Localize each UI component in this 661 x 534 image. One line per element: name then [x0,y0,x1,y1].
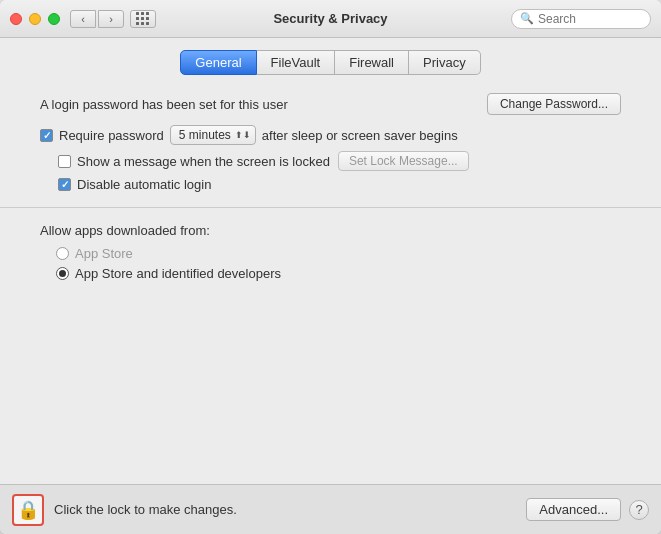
advanced-button[interactable]: Advanced... [526,498,621,521]
titlebar: ‹ › Security & Privacy 🔍 [0,0,661,38]
grid-icon [136,12,150,26]
divider [0,207,661,208]
lock-message: Click the lock to make changes. [54,502,237,517]
allow-apps-label: Allow apps downloaded from: [40,223,621,238]
allow-apps-section: Allow apps downloaded from: App Store Ap… [40,223,621,281]
bottom-bar: 🔒 Click the lock to make changes. Advanc… [0,484,661,534]
content-area: A login password has been set for this u… [0,83,661,484]
after-sleep-text: after sleep or screen saver begins [262,128,458,143]
traffic-lights [10,13,60,25]
bottom-right: Advanced... ? [526,498,649,521]
login-password-row: A login password has been set for this u… [40,93,621,115]
radio-app-store-identified-row: App Store and identified developers [56,266,621,281]
back-button[interactable]: ‹ [70,10,96,28]
window: ‹ › Security & Privacy 🔍 General FileVau… [0,0,661,534]
show-message-label: Show a message when the screen is locked [77,154,330,169]
radio-app-store-row: App Store [56,246,621,261]
disable-auto-login-row: ✓ Disable automatic login [58,177,621,192]
grid-button[interactable] [130,10,156,28]
show-message-checkbox[interactable] [58,155,71,168]
tab-filevault[interactable]: FileVault [257,50,336,75]
tab-firewall[interactable]: Firewall [335,50,409,75]
disable-auto-login-label: Disable automatic login [77,177,211,192]
require-password-checkbox[interactable]: ✓ [40,129,53,142]
radio-app-store-identified[interactable] [56,267,69,280]
help-button[interactable]: ? [629,500,649,520]
lock-icon-container[interactable]: 🔒 [12,494,44,526]
password-timing-dropdown[interactable]: 5 minutes ⬆⬇ [170,125,256,145]
nav-buttons: ‹ › [70,10,124,28]
app-store-identified-label: App Store and identified developers [75,266,281,281]
show-message-row: Show a message when the screen is locked… [58,151,621,171]
lock-icon: 🔒 [17,499,39,521]
minimize-button[interactable] [29,13,41,25]
dropdown-value: 5 minutes [179,128,231,142]
window-title: Security & Privacy [273,11,387,26]
forward-button[interactable]: › [98,10,124,28]
checkmark2-icon: ✓ [61,179,69,190]
require-password-label: Require password [59,128,164,143]
checkmark-icon: ✓ [43,130,51,141]
dropdown-arrow-icon: ⬆⬇ [235,130,251,140]
require-password-row: ✓ Require password 5 minutes ⬆⬇ after sl… [40,125,621,145]
search-bar[interactable]: 🔍 [511,9,651,29]
radio-app-store[interactable] [56,247,69,260]
tab-general[interactable]: General [180,50,256,75]
set-lock-message-button[interactable]: Set Lock Message... [338,151,469,171]
search-input[interactable] [538,12,642,26]
app-store-label: App Store [75,246,133,261]
search-icon: 🔍 [520,12,534,25]
disable-auto-login-checkbox[interactable]: ✓ [58,178,71,191]
tabs-container: General FileVault Firewall Privacy [0,38,661,83]
maximize-button[interactable] [48,13,60,25]
tab-privacy[interactable]: Privacy [409,50,481,75]
login-password-text: A login password has been set for this u… [40,97,487,112]
close-button[interactable] [10,13,22,25]
change-password-button[interactable]: Change Password... [487,93,621,115]
